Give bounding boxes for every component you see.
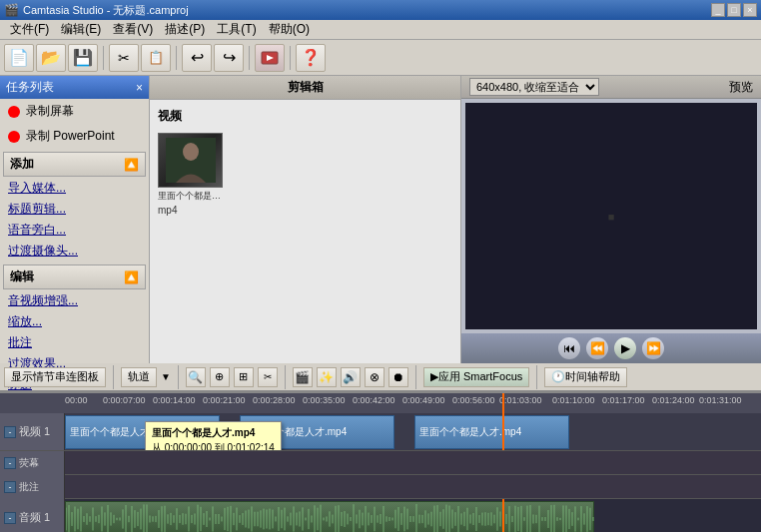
- preview-header: 640x480, 收缩至适合 预览: [461, 76, 761, 99]
- menu-help[interactable]: 帮助(O): [263, 19, 316, 40]
- record-button[interactable]: [255, 44, 285, 72]
- copy-button[interactable]: 📋: [141, 44, 171, 72]
- zoom-out-btn[interactable]: 🔍: [186, 367, 206, 387]
- preview-forward[interactable]: ⏩: [642, 337, 664, 359]
- ruler-t6: 0:00:42:00: [353, 395, 395, 405]
- clip-thumbnail: [158, 133, 223, 188]
- annotation-link[interactable]: 批注: [0, 332, 149, 353]
- video-track-toggle[interactable]: -: [4, 426, 16, 438]
- open-button[interactable]: 📂: [36, 44, 66, 72]
- ruler-t11: 0:01:17:00: [602, 395, 645, 405]
- tl-help-btn[interactable]: 🕐 时间轴帮助: [544, 367, 627, 387]
- clip-item[interactable]: 里面个个都是人才.mp4 mp4: [158, 133, 223, 216]
- playhead-ruler: [502, 393, 504, 413]
- audio1-track-row: - 音频 1: [0, 499, 761, 532]
- ruler-t4: 0:00:28:00: [253, 395, 296, 405]
- tl-sep2: [178, 365, 179, 389]
- audio1-clip[interactable]: [65, 501, 594, 532]
- maximize-button[interactable]: □: [727, 3, 741, 17]
- audio1-toggle[interactable]: -: [4, 512, 16, 524]
- playhead-video: [502, 413, 504, 450]
- menu-file[interactable]: 文件(F): [4, 19, 55, 40]
- media-btn[interactable]: 🎬: [293, 367, 313, 387]
- fx-btn[interactable]: ✨: [317, 367, 337, 387]
- transition-btn[interactable]: ⊗: [365, 367, 384, 387]
- audio-btn[interactable]: 🔊: [341, 367, 361, 387]
- tl-sep5: [536, 365, 537, 389]
- clock-icon: 🕐: [551, 370, 565, 383]
- title-text: Camtasia Studio - 无标题.camproj: [23, 3, 189, 18]
- edit-section-toggle[interactable]: 🔼: [124, 270, 139, 284]
- menu-view[interactable]: 查看(V): [107, 19, 159, 40]
- clip-bin-header: 剪辑箱: [150, 76, 460, 100]
- menu-tools[interactable]: 工具(T): [211, 19, 262, 40]
- tooltip-name: 里面个个都是人才.mp4: [152, 425, 275, 440]
- clip-filename: 里面个个都是人才.mp4: [158, 190, 223, 203]
- import-media-link[interactable]: 导入媒体...: [0, 178, 149, 199]
- record-dot-screen: [8, 106, 20, 118]
- tl-sep3: [285, 365, 286, 389]
- av-enhance-link[interactable]: 音视频增强...: [0, 290, 149, 311]
- video-clip-3[interactable]: 里面个个都是人才.mp4: [414, 415, 569, 449]
- zoom-fit-btn[interactable]: ⊞: [234, 367, 254, 387]
- preview-size-select[interactable]: 640x480, 收缩至适合: [469, 78, 599, 96]
- tl-sep4: [415, 365, 416, 389]
- track-btn[interactable]: 轨道: [121, 367, 157, 387]
- ruler-t12: 0:01:24:00: [652, 395, 695, 405]
- effect-toggle[interactable]: -: [4, 457, 16, 469]
- effect-track-content: [65, 451, 761, 474]
- record-screen-item[interactable]: 录制屏幕: [0, 99, 149, 124]
- menu-describe[interactable]: 描述(P): [159, 19, 211, 40]
- clip-tooltip: 里面个个都是人才.mp4 从 0:00:00:00 到 0:01:02:14 长…: [145, 421, 282, 450]
- undo-button[interactable]: ↩: [182, 44, 212, 72]
- video-track-content: 里面个个都是人才.mp4 里面个个都是人才.mp4 里面个个都是人才.mp4 里…: [65, 413, 761, 450]
- help-button[interactable]: ❓: [296, 44, 326, 72]
- timeline-area: 00:00 0:00:07:00 0:00:14:00 0:00:21:00 0…: [0, 391, 761, 532]
- clip-video-label: 视频: [158, 108, 452, 125]
- storyboard-btn[interactable]: 显示情节串连图板: [4, 367, 106, 387]
- record-dot-ppt: [8, 131, 20, 143]
- redo-button[interactable]: ↪: [214, 44, 244, 72]
- playhead-audio1: [502, 499, 504, 532]
- cut-button[interactable]: ✂: [109, 44, 139, 72]
- apply-label: ▶: [430, 370, 438, 383]
- ruler-t0: 00:00: [65, 395, 88, 405]
- clip-ext: mp4: [158, 205, 223, 216]
- smartfocus-btn[interactable]: ▶ 应用 SmartFocus: [423, 367, 529, 387]
- preview-empty: ■: [608, 211, 615, 223]
- record-tl-btn[interactable]: ⏺: [388, 367, 408, 387]
- annotation-track-label: - 批注: [0, 475, 65, 499]
- video-clip-3-label: 里面个个都是人才.mp4: [419, 425, 521, 439]
- minimize-button[interactable]: _: [711, 3, 725, 17]
- record-icon: [260, 49, 280, 67]
- preview-rewind-start[interactable]: ⏮: [558, 337, 580, 359]
- split-btn[interactable]: ✂: [258, 367, 278, 387]
- camera-link[interactable]: 过渡摄像头...: [0, 241, 149, 262]
- title-clip-link[interactable]: 标题剪辑...: [0, 199, 149, 220]
- task-panel-close[interactable]: ×: [136, 81, 143, 95]
- preview-play[interactable]: ▶: [614, 337, 636, 359]
- timeline-tracks: - 视频 1 里面个个都是人才.mp4 里面个个都是人才.mp4 里面个个都是人…: [0, 413, 761, 532]
- timeline-ruler: 00:00 0:00:07:00 0:00:14:00 0:00:21:00 0…: [0, 393, 761, 413]
- toolbar-separator-4: [290, 46, 291, 70]
- ruler-t7: 0:00:49:00: [402, 395, 445, 405]
- toolbar: 📄 📂 💾 ✂ 📋 ↩ ↪ ❓: [0, 40, 761, 76]
- zoom-link[interactable]: 缩放...: [0, 311, 149, 332]
- tl-arrow-icon: ▼: [161, 371, 171, 382]
- record-ppt-item[interactable]: 录制 PowerPoint: [0, 124, 149, 149]
- preview-controls: ⏮ ⏪ ▶ ⏩: [461, 333, 761, 363]
- ruler-t13: 0:01:31:00: [699, 395, 742, 405]
- new-button[interactable]: 📄: [4, 44, 34, 72]
- audio1-waveform: [66, 502, 595, 532]
- menu-edit[interactable]: 编辑(E): [55, 19, 107, 40]
- save-button[interactable]: 💾: [68, 44, 98, 72]
- voice-over-link[interactable]: 语音旁白...: [0, 220, 149, 241]
- add-section-toggle[interactable]: 🔼: [124, 158, 139, 172]
- zoom-in-btn[interactable]: ⊕: [210, 367, 230, 387]
- close-button[interactable]: ×: [743, 3, 757, 17]
- ruler-t5: 0:00:35:00: [303, 395, 346, 405]
- annotation-toggle[interactable]: -: [4, 481, 16, 493]
- clip-thumbnail-image: [166, 138, 216, 183]
- audio1-track-label: - 音频 1: [0, 499, 65, 532]
- preview-rewind[interactable]: ⏪: [586, 337, 608, 359]
